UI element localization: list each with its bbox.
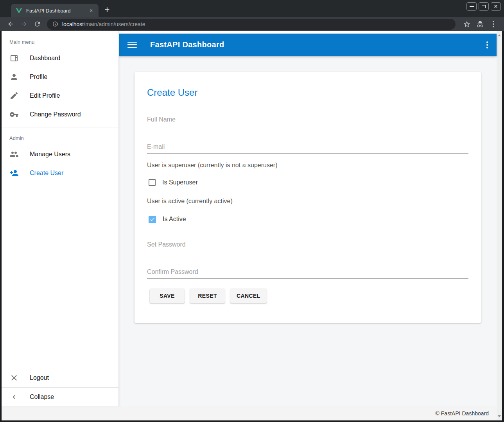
incognito-indicator <box>475 19 486 30</box>
browser-toolbar: localhost/main/admin/users/create <box>0 17 504 31</box>
maximize-icon <box>482 5 486 8</box>
full-name-field-wrap <box>147 116 468 126</box>
tab-close-icon[interactable]: × <box>88 7 95 14</box>
incognito-icon <box>476 20 484 28</box>
sidebar-item-profile[interactable]: Profile <box>2 68 118 86</box>
star-icon <box>463 20 471 28</box>
sidebar-item-label: Edit Profile <box>30 92 60 99</box>
app-bar-menu-icon[interactable] <box>486 41 488 48</box>
sidebar-divider <box>2 127 118 127</box>
sidebar-item-logout[interactable]: Logout <box>2 368 118 387</box>
maximize-button[interactable] <box>479 2 489 11</box>
sidebar-section-main-menu: Main menu <box>2 31 118 49</box>
sidebar-item-label: Change Password <box>30 111 81 118</box>
sidebar-item-label: Dashboard <box>30 55 60 62</box>
active-hint: User is active (currently active) <box>147 197 468 206</box>
kebab-menu-icon <box>493 21 494 27</box>
save-button[interactable]: SAVE <box>150 289 185 303</box>
is-superuser-label: Is Superuser <box>162 179 198 186</box>
sidebar: Main menu Dashboard Profile <box>2 31 119 406</box>
browser-tab[interactable]: FastAPI Dashboard × <box>11 4 99 17</box>
page-scrollbar[interactable] <box>497 31 502 420</box>
reset-button[interactable]: RESET <box>190 289 225 303</box>
window-controls: ✕ <box>466 2 501 11</box>
forward-button[interactable] <box>18 19 29 30</box>
sidebar-item-manage-users[interactable]: Manage Users <box>2 145 118 164</box>
email-input[interactable] <box>147 143 468 154</box>
active-check-row[interactable]: Is Active <box>147 215 468 224</box>
scroll-up-icon[interactable] <box>498 34 501 36</box>
vue-favicon-icon <box>16 8 22 14</box>
person-add-icon <box>9 168 19 178</box>
page-footer: © FastAPI Dashboard <box>2 406 497 420</box>
key-icon <box>9 110 19 119</box>
create-user-card: Create User User is superuser (currently… <box>135 72 481 323</box>
sidebar-spacer <box>2 182 118 368</box>
page-info-icon[interactable] <box>52 21 58 27</box>
browser-titlebar: FastAPI Dashboard × + ✕ <box>0 0 504 17</box>
address-bar[interactable]: localhost/main/admin/users/create <box>47 19 456 30</box>
url-text[interactable]: localhost/main/admin/users/create <box>62 21 145 27</box>
page-title: Create User <box>147 86 468 99</box>
app-bar: FastAPI Dashboard <box>119 34 497 56</box>
tab-title: FastAPI Dashboard <box>26 8 88 14</box>
minimize-button[interactable] <box>466 2 477 11</box>
sidebar-item-label: Logout <box>30 374 49 381</box>
bookmark-button[interactable] <box>461 19 472 30</box>
new-tab-button[interactable]: + <box>102 5 113 16</box>
sidebar-item-edit-profile[interactable]: Edit Profile <box>2 86 118 105</box>
close-window-button[interactable]: ✕ <box>491 2 501 11</box>
form-buttons: SAVE RESET CANCEL <box>150 289 468 303</box>
forward-arrow-icon <box>20 20 28 28</box>
scroll-down-icon[interactable] <box>498 415 501 417</box>
sidebar-item-change-password[interactable]: Change Password <box>2 105 118 124</box>
sidebar-item-label: Profile <box>30 73 47 80</box>
set-password-input[interactable] <box>147 241 468 251</box>
sidebar-item-label: Manage Users <box>30 151 70 158</box>
toolbar-right <box>460 19 500 30</box>
dashboard-icon <box>9 54 19 63</box>
set-password-field-wrap <box>147 241 468 251</box>
back-button[interactable] <box>5 19 16 30</box>
pencil-icon <box>9 91 19 100</box>
browser-window: FastAPI Dashboard × + ✕ localhost/main/a… <box>0 0 504 422</box>
is-active-label: Is Active <box>163 216 186 223</box>
main-area: FastAPI Dashboard Create User User is s <box>119 31 497 406</box>
sidebar-item-create-user[interactable]: Create User <box>2 164 118 182</box>
close-icon: ✕ <box>494 4 498 9</box>
full-name-input[interactable] <box>147 116 468 126</box>
confirm-password-field-wrap <box>147 268 468 279</box>
url-host: localhost <box>62 21 84 27</box>
main-content: Create User User is superuser (currently… <box>119 56 497 406</box>
sidebar-item-label: Create User <box>30 170 63 177</box>
hamburger-menu-icon[interactable] <box>127 40 137 50</box>
reload-button[interactable] <box>32 19 43 30</box>
checkmark-icon <box>149 216 155 222</box>
email-field-wrap <box>147 143 468 154</box>
sidebar-section-admin: Admin <box>2 131 118 145</box>
chevron-left-icon <box>9 392 19 402</box>
reload-icon <box>34 20 41 28</box>
app-bar-title: FastAPI Dashboard <box>150 40 224 49</box>
is-active-checkbox[interactable] <box>149 216 156 223</box>
sidebar-item-dashboard[interactable]: Dashboard <box>2 49 118 68</box>
browser-menu-button[interactable] <box>488 19 499 30</box>
superuser-check-row[interactable]: Is Superuser <box>147 178 468 187</box>
sidebar-item-collapse[interactable]: Collapse <box>2 388 118 406</box>
close-icon <box>9 373 19 383</box>
back-arrow-icon <box>7 20 14 28</box>
cancel-button[interactable]: CANCEL <box>230 289 267 303</box>
url-path: /main/admin/users/create <box>84 21 145 27</box>
copyright-text: © FastAPI Dashboard <box>436 410 489 417</box>
content-row: Main menu Dashboard Profile <box>2 31 497 406</box>
is-superuser-checkbox[interactable] <box>149 179 156 186</box>
minimize-icon <box>470 6 474 7</box>
web-page: Main menu Dashboard Profile <box>2 31 502 420</box>
people-icon <box>9 150 19 159</box>
confirm-password-input[interactable] <box>147 268 468 279</box>
sidebar-item-label: Collapse <box>30 393 54 401</box>
person-icon <box>9 72 19 82</box>
superuser-hint: User is superuser (currently is not a su… <box>147 161 468 170</box>
